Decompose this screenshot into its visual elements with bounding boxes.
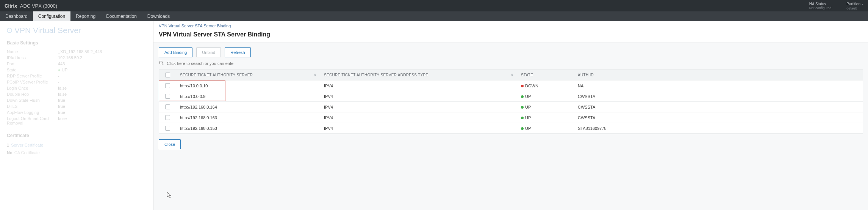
- row-checkbox[interactable]: [165, 94, 170, 99]
- chevron-down-icon: ▾: [862, 3, 863, 6]
- tab-reporting[interactable]: Reporting: [70, 11, 101, 21]
- brand-main: Citrix: [5, 3, 17, 9]
- table-row[interactable]: http://10.0.0.10 IPV4 DOWN NA: [159, 81, 863, 91]
- partition-label: Partition▾: [846, 2, 863, 6]
- ha-status-label: HA Status: [809, 2, 832, 6]
- table-row[interactable]: http://192.168.0.164 IPV4 UP CWSSTA: [159, 102, 863, 112]
- sort-icon: ⇅: [511, 73, 513, 77]
- basic-settings-title: Basic Settings: [7, 40, 146, 46]
- ca-certificate-link[interactable]: No CA Certificate: [7, 149, 146, 156]
- sort-icon: ⇅: [314, 73, 316, 77]
- partition-value: default: [846, 6, 863, 11]
- table-row[interactable]: http://192.168.0.163 IPV4 UP CWSSTA: [159, 112, 863, 123]
- page-title-text: VPN Virtual Server: [14, 26, 81, 35]
- status-dot-up-icon: [521, 106, 524, 109]
- svg-point-0: [160, 61, 163, 64]
- table-header: SECURE TICKET AUTHORITY SERVER⇅ SECURE T…: [159, 70, 863, 81]
- ha-status-value: Not configured: [809, 6, 832, 10]
- left-panel: ‹ VPN Virtual Server Basic Settings Name…: [0, 21, 153, 210]
- table-row[interactable]: http://192.168.0.153 IPV4 UP STA81160977…: [159, 123, 863, 134]
- breadcrumb: VPN Virtual Server STA Server Binding: [153, 21, 868, 30]
- col-auth[interactable]: AUTH ID: [574, 71, 863, 79]
- tab-dashboard[interactable]: Dashboard: [0, 11, 33, 21]
- svg-line-1: [162, 64, 163, 65]
- unbind-button: Unbind: [196, 47, 221, 57]
- toolbar: Add Binding Unbind Refresh: [153, 43, 868, 60]
- status-dot-up-icon: [521, 95, 524, 98]
- select-all-checkbox[interactable]: [165, 73, 170, 77]
- row-checkbox[interactable]: [165, 115, 170, 120]
- tab-downloads[interactable]: Downloads: [142, 11, 175, 21]
- row-checkbox[interactable]: [165, 104, 170, 109]
- page-title: ‹ VPN Virtual Server: [7, 26, 146, 35]
- status-dot-up-icon: [521, 117, 524, 119]
- ha-status-group[interactable]: HA Status Not configured: [809, 2, 832, 10]
- dot-up-icon: ●: [58, 68, 61, 72]
- search-input[interactable]: [167, 61, 258, 66]
- col-server[interactable]: SECURE TICKET AUTHORITY SERVER⇅: [176, 71, 320, 79]
- topbar: Citrix ADC VPX (3000) HA Status Not conf…: [0, 0, 868, 11]
- brand-sub: ADC VPX (3000): [20, 3, 57, 9]
- col-type[interactable]: SECURE TICKET AUTHORITY SERVER ADDRESS T…: [320, 71, 517, 79]
- certificate-title: Certificate: [7, 133, 146, 138]
- search-icon[interactable]: [159, 60, 164, 66]
- sta-table: SECURE TICKET AUTHORITY SERVER⇅ SECURE T…: [159, 69, 863, 134]
- search-row: [153, 60, 868, 69]
- row-checkbox[interactable]: [165, 126, 170, 131]
- panel-title: VPN Virtual Server STA Server Binding: [153, 30, 868, 43]
- right-panel: VPN Virtual Server STA Server Binding VP…: [153, 21, 868, 210]
- refresh-button[interactable]: Refresh: [225, 47, 251, 57]
- tab-configuration[interactable]: Configuration: [33, 11, 70, 21]
- status-dot-down-icon: [521, 85, 524, 87]
- row-checkbox[interactable]: [165, 83, 170, 88]
- server-certificate-link[interactable]: 1 Server Certificate: [7, 141, 146, 149]
- add-binding-button[interactable]: Add Binding: [159, 47, 192, 57]
- back-icon[interactable]: ‹: [7, 28, 12, 33]
- col-state[interactable]: STATE: [517, 71, 574, 79]
- status-dot-up-icon: [521, 127, 524, 130]
- partition-group[interactable]: Partition▾ default: [846, 2, 863, 11]
- tab-documentation[interactable]: Documentation: [101, 11, 142, 21]
- table-row[interactable]: http://10.0.0.9 IPV4 UP CWSSTA: [159, 91, 863, 102]
- close-button[interactable]: Close: [159, 139, 181, 149]
- brand: Citrix ADC VPX (3000): [5, 3, 57, 9]
- nav-tabs: Dashboard Configuration Reporting Docume…: [0, 11, 868, 21]
